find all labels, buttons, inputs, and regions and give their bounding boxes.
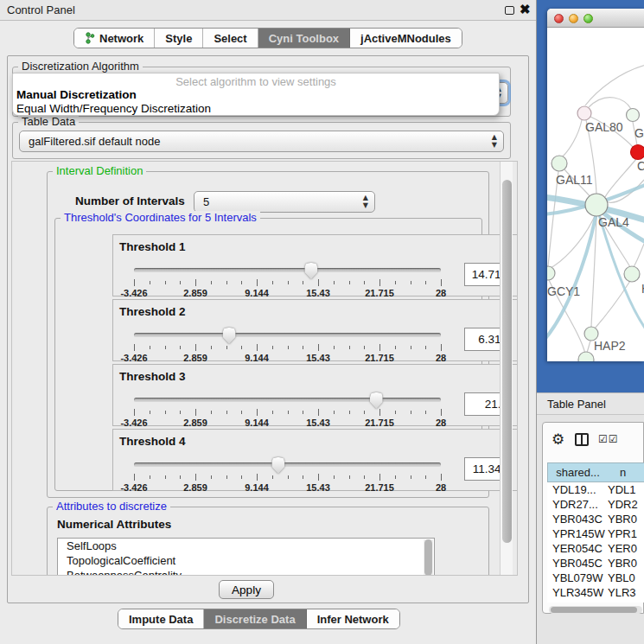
table-data-value: galFiltered.sif default node (29, 135, 160, 148)
network-node[interactable] (552, 156, 567, 171)
threshold-3-box: Threshold 3-3.4262.8599.14415.4321.71528… (112, 364, 518, 426)
table-row[interactable]: YDR27...YDR2 (547, 497, 644, 512)
slider-tick-labels: -3.4262.8599.14415.4321.71528 (134, 353, 441, 363)
table-row[interactable]: YBR043CYBR0 (547, 512, 644, 526)
threshold-coordinates-title: Threshold's Coordinates for 5 Intervals (61, 211, 260, 224)
tab-cyni-toolbox[interactable]: Cyni Toolbox (258, 29, 350, 48)
slider-ticks (134, 409, 441, 416)
slider-track[interactable] (134, 333, 441, 337)
threshold-label: Threshold 2 (119, 305, 186, 318)
slider-track[interactable] (134, 268, 441, 272)
cell-name: YBR0 (608, 556, 644, 571)
cell-name: YDL1 (608, 482, 644, 497)
column-header-shared[interactable]: shared... (547, 462, 608, 482)
bottom-tab-discretize-data[interactable]: Discretize Data (204, 609, 306, 628)
threshold-coordinates-group: Threshold's Coordinates for 5 Intervals … (54, 218, 482, 491)
network-view-window: GAL80GACGAL11GAL4GCY1HHAP2 (547, 9, 644, 361)
float-icon[interactable] (505, 6, 514, 15)
algorithm-group-title: Discretization Algorithm (18, 60, 143, 73)
table-row[interactable]: YER054CYER0 (547, 541, 644, 556)
bottom-tab-impute-data[interactable]: Impute Data (118, 609, 204, 628)
slider-thumb[interactable] (271, 457, 284, 474)
close-traffic-light[interactable] (554, 14, 564, 23)
node-label-gal11: GAL11 (556, 173, 593, 187)
table-row[interactable]: YIL052CYIL0 (547, 600, 644, 603)
table-hscrollbar-thumb[interactable] (551, 607, 637, 613)
tab-label: Impute Data (129, 613, 193, 626)
network-node[interactable] (585, 194, 608, 216)
table-panel-header: Table Panel (537, 392, 644, 415)
network-edge (563, 120, 582, 156)
table-data-combobox[interactable]: galFiltered.sif default node ▲▼ (19, 131, 504, 152)
threshold-label: Threshold 1 (119, 240, 186, 253)
zoom-traffic-light[interactable] (583, 14, 593, 23)
slider-thumb[interactable] (304, 263, 317, 279)
table-row[interactable]: YDL19...YDL1 (547, 482, 644, 497)
network-node[interactable] (627, 109, 640, 122)
slider-track[interactable] (134, 462, 441, 467)
threshold-slider[interactable]: -3.4262.8599.14415.4321.71528 (134, 268, 441, 294)
network-node[interactable] (577, 106, 591, 120)
table-row[interactable]: YBL079WYBL0 (547, 571, 644, 585)
attribute-item-topologicalcoefficient[interactable]: TopologicalCoefficient (58, 553, 434, 568)
attribute-items: SelfLoopsTopologicalCoefficientBetweenne… (58, 539, 434, 576)
cell-shared-name: YIL052C (547, 600, 608, 603)
apply-button[interactable]: Apply (219, 580, 274, 599)
gear-icon[interactable]: ⚙ (552, 430, 564, 448)
threshold-4-box: Threshold 4-3.4262.8599.14415.4321.71528… (112, 429, 518, 491)
slider-tick-labels: -3.4262.8599.14415.4321.71528 (134, 418, 441, 428)
network-canvas[interactable]: GAL80GACGAL11GAL4GCY1HHAP2 (547, 28, 644, 361)
node-label-gal80: GAL80 (585, 120, 623, 134)
table-panel-title: Table Panel (547, 398, 606, 411)
dropdown-item-equal-width-frequency-discretization[interactable]: Equal Width/Frequency Discretization (16, 102, 487, 115)
combo-arrows-icon: ▲▼ (492, 133, 497, 149)
close-icon[interactable]: ✖ (520, 2, 531, 17)
cell-shared-name: YPR145W (547, 526, 608, 541)
table-header-row[interactable]: shared...n (547, 462, 644, 482)
numerical-attributes-list[interactable]: SelfLoopsTopologicalCoefficientBetweenne… (57, 538, 435, 576)
table-row[interactable]: YBR045CYBR0 (547, 556, 644, 571)
threshold-slider[interactable]: -3.4262.8599.14415.4321.71528 (134, 462, 441, 488)
settings-scrollbar-thumb[interactable] (502, 180, 512, 543)
slider-track[interactable] (134, 398, 441, 402)
panel-title: Control Panel (7, 3, 75, 16)
bottom-tab-infer-network[interactable]: Infer Network (307, 609, 399, 628)
network-node[interactable] (547, 266, 555, 280)
slider-thumb[interactable] (370, 392, 383, 409)
node-label-gal4: GAL4 (598, 215, 629, 229)
slider-thumb[interactable] (223, 328, 236, 344)
select-all-checkboxes-icon[interactable]: ☑☑ (598, 433, 619, 445)
tab-style[interactable]: Style (155, 29, 203, 48)
network-node[interactable] (578, 352, 594, 361)
attribute-item-betweennesscentrality[interactable]: BetweennessCentrality (58, 568, 434, 576)
table-rows: YDL19...YDL1YDR27...YDR2YBR043CYBR0YPR14… (547, 482, 644, 603)
attributes-scrollbar[interactable] (424, 539, 433, 576)
slider-tick-labels: -3.4262.8599.14415.4321.71528 (134, 288, 441, 298)
slider-ticks (134, 279, 441, 286)
cell-shared-name: YDR27... (547, 497, 608, 512)
table-horizontal-scrollbar[interactable] (549, 606, 642, 614)
attribute-item-selfloops[interactable]: SelfLoops (58, 539, 434, 553)
columns-icon[interactable] (575, 433, 589, 446)
dropdown-hint-item[interactable]: Select algorithm to view settings (13, 75, 499, 88)
cell-shared-name: YBL079W (547, 571, 608, 585)
tab-select[interactable]: Select (203, 29, 258, 48)
settings-scroll-area: Interval Definition Number of Intervals … (11, 161, 518, 576)
attributes-scrollbar-thumb[interactable] (424, 539, 432, 576)
settings-vertical-scrollbar[interactable] (500, 162, 513, 575)
network-window-titlebar[interactable] (547, 9, 644, 28)
threshold-label: Threshold 4 (119, 435, 186, 448)
network-node[interactable] (631, 145, 644, 160)
tab-network[interactable]: Network (74, 29, 155, 48)
table-row[interactable]: YPR145WYPR1 (547, 526, 644, 541)
column-header-n[interactable]: n (608, 462, 644, 482)
threshold-slider[interactable]: -3.4262.8599.14415.4321.71528 (134, 333, 441, 359)
dropdown-item-manual-discretization[interactable]: Manual Discretization (16, 88, 487, 101)
network-node[interactable] (624, 266, 640, 282)
threshold-slider[interactable]: -3.4262.8599.14415.4321.71528 (134, 398, 441, 424)
cell-name: YIL0 (608, 600, 644, 603)
tab-jactivemnodules[interactable]: jActiveMNodules (350, 29, 462, 48)
num-intervals-combobox[interactable]: 5 ▲▼ (194, 191, 375, 213)
minimize-traffic-light[interactable] (569, 14, 578, 23)
table-row[interactable]: YLR345WYLR3 (547, 585, 644, 600)
